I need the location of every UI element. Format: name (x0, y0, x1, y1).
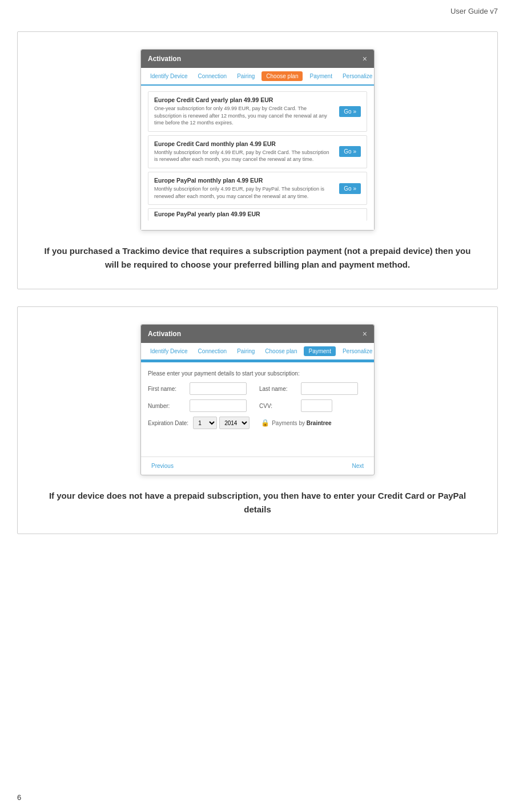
tab-identify-device-1[interactable]: Identify Device (147, 71, 191, 81)
card-number-input[interactable] (190, 399, 247, 412)
modal-1-close-icon[interactable]: × (363, 54, 367, 63)
next-button[interactable]: Next (348, 462, 367, 470)
modal-1-wrapper: Activation × Identify Device Connection … (29, 49, 486, 231)
plan-item-3: Europe PayPal monthly plan 4.99 EUR Mont… (148, 172, 367, 205)
cvv-label: CVV: (259, 403, 296, 409)
plan-item-4: Europe PayPal yearly plan 49.99 EUR — (148, 208, 367, 221)
page-number: 6 (17, 793, 21, 802)
modal-2-header: Activation × (141, 325, 374, 343)
section-2-box: Activation × Identify Device Connection … (17, 306, 498, 534)
tab-connection-2[interactable]: Connection (195, 346, 231, 356)
tab-pairing-1[interactable]: Pairing (234, 71, 258, 81)
plan-go-btn-2[interactable]: Go » (339, 146, 361, 157)
plan-info-1: Europe Credit Card yearly plan 49.99 EUR… (154, 96, 333, 127)
last-name-input[interactable] (301, 382, 358, 395)
form-row-expiration: Expiration Date: 1234 5678 9101112 20142… (148, 417, 367, 429)
modal-2-blue-bar (141, 361, 374, 362)
plan-info-2: Europe Credit Card monthly plan 4.99 EUR… (154, 140, 333, 163)
tab-choose-plan-1[interactable]: Choose plan (261, 71, 303, 81)
plan-name-2: Europe Credit Card monthly plan 4.99 EUR (154, 140, 333, 147)
braintree-text: Payments by Braintree (272, 420, 332, 426)
tab-personalize-2[interactable]: Personalize (339, 346, 376, 356)
tab-payment-1[interactable]: Payment (306, 71, 335, 81)
modal-2-close-icon[interactable]: × (363, 329, 367, 338)
last-name-label: Last name: (259, 386, 296, 392)
modal-2-wrapper: Activation × Identify Device Connection … (29, 324, 486, 475)
page-header: User Guide v7 (0, 0, 515, 20)
modal-1-title: Activation (148, 55, 181, 63)
first-name-input[interactable] (190, 382, 247, 395)
braintree-prefix: Payments by (272, 420, 307, 426)
cvv-input[interactable] (301, 399, 332, 412)
plan-info-3: Europe PayPal monthly plan 4.99 EUR Mont… (154, 177, 333, 200)
first-name-label: First name: (148, 386, 185, 392)
tab-payment-2[interactable]: Payment (304, 346, 335, 356)
plan-desc-1: One-year subscription for only 49.99 EUR… (154, 105, 333, 127)
tab-identify-device-2[interactable]: Identify Device (147, 346, 191, 356)
number-label: Number: (148, 403, 185, 409)
plan-desc-3: Monthly subscription for only 4.99 EUR, … (154, 185, 333, 200)
plan-name-4: Europe PayPal yearly plan 49.99 EUR (154, 211, 343, 217)
modal-1-header: Activation × (141, 50, 374, 68)
expiration-selects: 1234 5678 9101112 2014201520162017 20182… (193, 417, 250, 429)
tab-connection-1[interactable]: Connection (195, 71, 231, 81)
modal-1-body: Europe Credit Card yearly plan 49.99 EUR… (141, 86, 374, 230)
section-1-caption: If you purchased a Trackimo device that … (29, 244, 486, 272)
previous-button[interactable]: Previous (148, 462, 177, 470)
expiration-month-select[interactable]: 1234 5678 9101112 (193, 417, 217, 429)
tab-choose-plan-2[interactable]: Choose plan (261, 346, 300, 356)
tab-personalize-1[interactable]: Personalize (339, 71, 376, 81)
plan-item-1: Europe Credit Card yearly plan 49.99 EUR… (148, 91, 367, 132)
plan-go-btn-1[interactable]: Go » (339, 106, 361, 117)
modal-2-title: Activation (148, 330, 181, 338)
braintree-area: 🔒 Payments by Braintree (261, 419, 332, 427)
modal-choose-plan: Activation × Identify Device Connection … (140, 49, 375, 231)
plan-desc-2: Monthly subscription for only 4.99 EUR, … (154, 149, 333, 163)
tab-pairing-2[interactable]: Pairing (234, 346, 258, 356)
plan-go-btn-3[interactable]: Go » (339, 183, 361, 194)
section-2-caption: If your device does not have a prepaid s… (29, 489, 486, 516)
header-title: User Guide v7 (450, 7, 498, 15)
expiration-year-select[interactable]: 2014201520162017 201820192020 (219, 417, 250, 429)
plan-name-3: Europe PayPal monthly plan 4.99 EUR (154, 177, 333, 184)
braintree-brand: Braintree (307, 420, 332, 426)
section-1-box: Activation × Identify Device Connection … (17, 31, 498, 289)
payment-intro-text: Please enter your payment details to sta… (148, 370, 367, 377)
plan-item-2: Europe Credit Card monthly plan 4.99 EUR… (148, 135, 367, 168)
expiration-label: Expiration Date: (148, 420, 188, 426)
modal-2-footer: Previous Next (141, 457, 374, 475)
plan-info-4: Europe PayPal yearly plan 49.99 EUR (154, 211, 343, 219)
plan-name-1: Europe Credit Card yearly plan 49.99 EUR (154, 96, 333, 103)
lock-icon: 🔒 (261, 419, 269, 427)
modal-1-nav: Identify Device Connection Pairing Choos… (141, 68, 374, 86)
form-row-number-cvv: Number: CVV: (148, 399, 367, 412)
modal-payment: Activation × Identify Device Connection … (140, 324, 375, 475)
modal-2-nav: Identify Device Connection Pairing Choos… (141, 343, 374, 361)
form-spacer (148, 434, 367, 451)
modal-2-body: Please enter your payment details to sta… (141, 367, 374, 457)
form-row-names: First name: Last name: (148, 382, 367, 395)
